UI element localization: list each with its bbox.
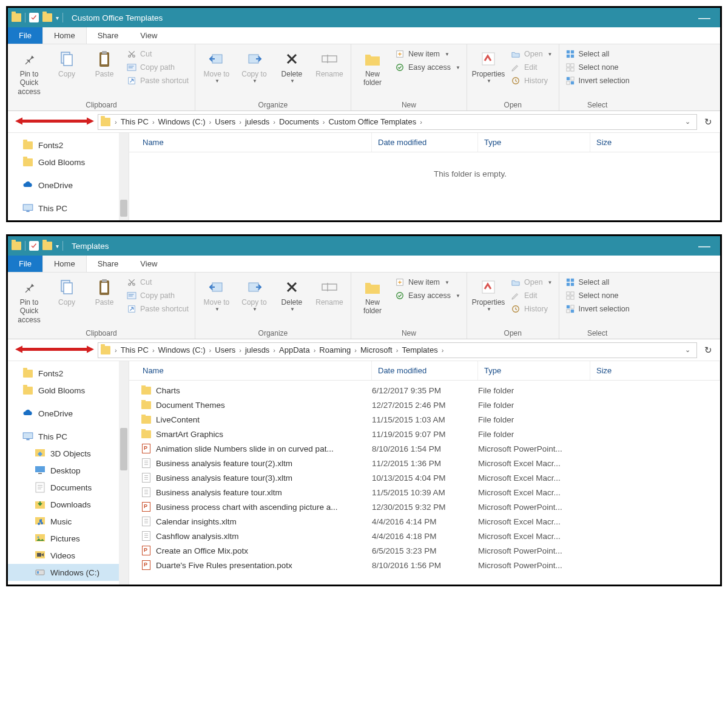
nav-sub-item[interactable]: Downloads	[8, 496, 129, 513]
properties-button[interactable]: Properties ▼	[471, 275, 506, 315]
breadcrumb-item[interactable]: AppData	[277, 345, 312, 354]
qat-dropdown-icon[interactable]: ▾	[56, 243, 59, 249]
nav-sub-item[interactable]: Documents	[8, 479, 129, 496]
chevron-right-icon[interactable]: ›	[394, 347, 400, 354]
minimize-button[interactable]: —	[692, 12, 716, 24]
new-item-button[interactable]: New item▼	[393, 48, 463, 60]
address-bar[interactable]: ›This PC›Windows (C:)›Users›julesds›Docu…	[98, 114, 697, 130]
chevron-right-icon[interactable]: ›	[271, 118, 277, 126]
pin-button[interactable]: Pin to Quick access	[12, 47, 47, 98]
col-type[interactable]: Type	[478, 361, 590, 380]
nav-scrollbar[interactable]	[119, 133, 129, 220]
nav-onedrive[interactable]: OneDrive	[8, 177, 129, 194]
col-date[interactable]: Date modified	[372, 361, 478, 380]
file-row[interactable]: Cashflow analysis.xltm4/4/2016 4:18 PMMi…	[129, 529, 720, 543]
select-all-button[interactable]: Select all	[563, 276, 632, 288]
nav-this-pc[interactable]: This PC	[8, 428, 129, 445]
col-type[interactable]: Type	[478, 133, 590, 152]
refresh-button[interactable]: ↻	[701, 115, 715, 129]
chevron-right-icon[interactable]: ›	[113, 347, 119, 354]
file-row[interactable]: Business analysis feature tour(2).xltm11…	[129, 456, 720, 470]
tab-view[interactable]: View	[129, 256, 168, 272]
nav-folder-item[interactable]: Fonts2	[8, 365, 129, 382]
breadcrumb-item[interactable]: Roaming	[317, 345, 352, 354]
tab-share[interactable]: Share	[87, 256, 130, 272]
delete-button[interactable]: Delete ▼	[274, 47, 309, 87]
chevron-right-icon[interactable]: ›	[150, 118, 157, 126]
file-row[interactable]: Calendar insights.xltm4/4/2016 4:14 PMMi…	[129, 514, 720, 529]
select-none-button[interactable]: Select none	[563, 61, 632, 73]
nav-sub-item[interactable]: Pictures	[8, 530, 129, 547]
properties-qat-icon[interactable]	[29, 13, 39, 22]
nav-onedrive[interactable]: OneDrive	[8, 405, 129, 422]
chevron-right-icon[interactable]: ›	[352, 347, 359, 354]
tab-file[interactable]: File	[8, 27, 42, 44]
chevron-right-icon[interactable]: ›	[440, 347, 446, 354]
nav-folder-item[interactable]: Gold Blooms	[8, 382, 129, 399]
breadcrumb-item[interactable]: Users	[213, 345, 237, 354]
tab-home[interactable]: Home	[42, 27, 87, 44]
tab-home[interactable]: Home	[42, 256, 87, 272]
pin-button[interactable]: Pin to Quick access	[12, 275, 47, 327]
address-dropdown-icon[interactable]: ⌄	[681, 346, 694, 354]
refresh-button[interactable]: ↻	[701, 343, 715, 358]
easy-access-button[interactable]: Easy access▼	[393, 61, 463, 73]
chevron-right-icon[interactable]: ›	[207, 347, 214, 354]
chevron-right-icon[interactable]: ›	[150, 347, 157, 354]
file-row[interactable]: Charts6/12/2017 9:35 PMFile folder	[129, 383, 720, 398]
breadcrumb-item[interactable]: This PC	[119, 345, 150, 354]
file-row[interactable]: Duarte's Five Rules presentation.potx8/1…	[129, 558, 720, 572]
properties-button[interactable]: Properties ▼	[471, 47, 506, 87]
file-row[interactable]: SmartArt Graphics11/19/2015 9:07 PMFile …	[129, 427, 720, 441]
nav-sub-item[interactable]: Videos	[8, 547, 129, 564]
nav-scrollbar[interactable]	[119, 361, 129, 585]
breadcrumb-item[interactable]: julesds	[243, 345, 271, 354]
col-date[interactable]: Date modified	[372, 133, 478, 152]
col-size[interactable]: Size	[590, 133, 720, 152]
file-row[interactable]: Animation slide Numbers slide in on curv…	[129, 441, 720, 456]
file-row[interactable]: Business process chart with ascending pi…	[129, 500, 720, 514]
file-row[interactable]: Business analysis feature tour.xltm11/5/…	[129, 485, 720, 500]
nav-folder-item[interactable]: Gold Blooms	[8, 154, 129, 171]
nav-this-pc[interactable]: This PC	[8, 200, 129, 217]
new-folder-button[interactable]: New folder	[355, 275, 390, 318]
invert-selection-button[interactable]: Invert selection	[563, 303, 632, 315]
breadcrumb-item[interactable]: This PC	[119, 117, 150, 126]
breadcrumb-item[interactable]: Windows (C:)	[157, 345, 207, 354]
easy-access-button[interactable]: Easy access▼	[393, 290, 463, 302]
breadcrumb-item[interactable]: Templates	[400, 345, 439, 354]
col-size[interactable]: Size	[590, 361, 720, 380]
breadcrumb-item[interactable]: Documents	[277, 117, 321, 126]
breadcrumb-item[interactable]: Custom Office Templates	[326, 117, 418, 126]
nav-sub-item[interactable]: Desktop	[8, 462, 129, 479]
tab-share[interactable]: Share	[87, 27, 130, 44]
qat-dropdown-icon[interactable]: ▾	[56, 15, 59, 21]
folder-qat-icon[interactable]	[42, 13, 52, 22]
nav-folder-item[interactable]: Fonts2	[8, 137, 129, 154]
select-none-button[interactable]: Select none	[563, 290, 632, 302]
delete-button[interactable]: Delete ▼	[274, 275, 309, 315]
minimize-button[interactable]: —	[692, 240, 716, 252]
chevron-right-icon[interactable]: ›	[237, 118, 243, 126]
breadcrumb-item[interactable]: Microsoft	[359, 345, 394, 354]
breadcrumb-item[interactable]: Windows (C:)	[157, 117, 207, 126]
address-bar[interactable]: ›This PC›Windows (C:)›Users›julesds›AppD…	[98, 342, 697, 358]
col-name[interactable]: Name	[129, 361, 372, 380]
chevron-right-icon[interactable]: ›	[418, 118, 424, 126]
chevron-right-icon[interactable]: ›	[271, 347, 277, 354]
properties-qat-icon[interactable]	[29, 241, 39, 251]
tab-view[interactable]: View	[129, 27, 168, 44]
file-row[interactable]: Document Themes12/27/2015 2:46 PMFile fo…	[129, 398, 720, 412]
chevron-right-icon[interactable]: ›	[321, 118, 327, 126]
select-all-button[interactable]: Select all	[563, 48, 632, 60]
chevron-right-icon[interactable]: ›	[113, 118, 119, 126]
tab-file[interactable]: File	[8, 256, 42, 272]
new-folder-button[interactable]: New folder	[355, 47, 390, 90]
nav-sub-item[interactable]: Music	[8, 513, 129, 530]
chevron-right-icon[interactable]: ›	[312, 347, 318, 354]
breadcrumb-item[interactable]: Users	[213, 117, 237, 126]
new-item-button[interactable]: New item▼	[393, 276, 463, 288]
invert-selection-button[interactable]: Invert selection	[563, 75, 632, 87]
nav-sub-item[interactable]: Windows (C:)	[8, 564, 129, 581]
breadcrumb-item[interactable]: julesds	[243, 117, 271, 126]
